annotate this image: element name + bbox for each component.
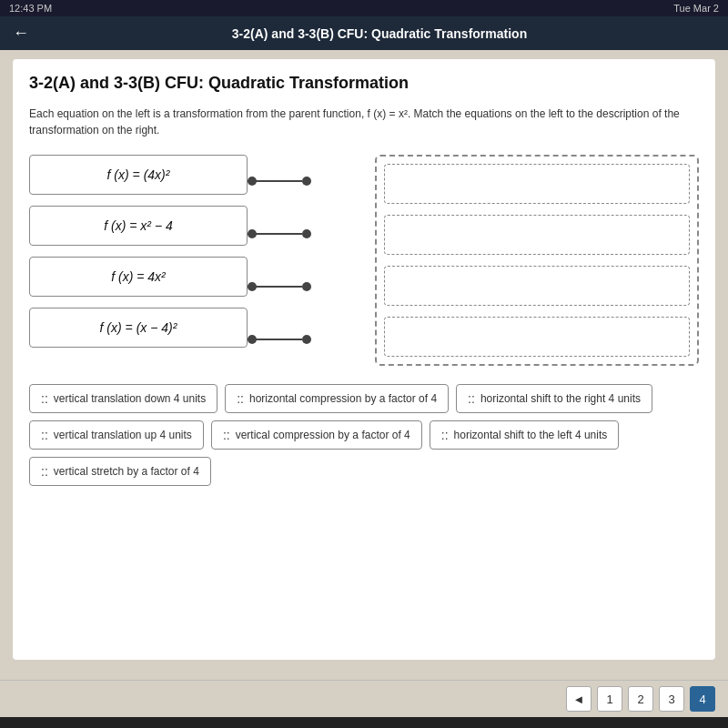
matching-container: f (x) = (4x)² f (x) = x² − 4 f (x) = 4x²… [29,155,699,366]
chip-label-7: vertical stretch by a factor of 4 [54,465,199,478]
dot-right-4 [302,335,311,344]
line-4 [248,339,302,340]
chip-label-6: horizontal shift to the left 4 units [454,429,608,441]
answer-box-3[interactable] [384,266,690,306]
chip-vertical-up[interactable]: :: vertical translation up 4 units [29,420,204,450]
drag-icon-1: :: [41,391,48,406]
answer-box-2[interactable] [384,215,690,255]
chip-label-3: horizontal shift to the right 4 units [480,392,641,405]
connector-row-1 [248,156,375,207]
dot-right-2 [302,229,311,238]
connection-area [248,155,375,366]
answer-box-1[interactable] [384,164,690,204]
browser-bar: ← → Q ✕ [0,717,728,728]
chip-horizontal-shift-right[interactable]: :: horizontal shift to the right 4 units [456,384,652,413]
dot-right-3 [302,282,311,291]
chip-vertical-down[interactable]: :: vertical translation down 4 units [29,384,217,413]
line-2 [248,233,302,235]
connector-row-4 [248,314,375,365]
drag-icon-3: :: [468,391,475,406]
equation-3: f (x) = 4x² [111,269,166,284]
page-3-button[interactable]: 3 [659,686,684,712]
equation-box-1[interactable]: f (x) = (4x)² [29,155,248,195]
chips-row-2: :: vertical translation up 4 units :: ve… [29,420,699,450]
chip-label-2: horizontal compression by a factor of 4 [249,392,437,405]
chips-row-1: :: vertical translation down 4 units :: … [29,384,699,413]
connector-row-2 [248,208,375,259]
app-header: ← 3-2(A) and 3-3(B) CFU: Quadratic Trans… [0,16,728,50]
dot-right-1 [302,177,311,186]
answers-drop-zone[interactable] [375,155,699,366]
page-1-button[interactable]: 1 [597,686,622,712]
chip-vertical-compression[interactable]: :: vertical compression by a factor of 4 [211,420,422,450]
chip-horizontal-compression[interactable]: :: horizontal compression by a factor of… [225,384,449,413]
page-title: 3-2(A) and 3-3(B) CFU: Quadratic Transfo… [29,74,699,93]
content-area: 3-2(A) and 3-3(B) CFU: Quadratic Transfo… [0,50,728,680]
drag-icon-6: :: [441,428,449,442]
drag-icon-2: :: [237,391,244,406]
prev-page-button[interactable]: ◄ [566,686,592,712]
line-3 [248,286,302,288]
line-1 [248,180,302,182]
chip-label-5: vertical compression by a factor of 4 [236,429,410,441]
instructions: Each equation on the left is a transform… [29,106,699,138]
drag-icon-7: :: [41,464,48,479]
chip-horizontal-shift-left[interactable]: :: horizontal shift to the left 4 units [430,420,620,450]
chips-area: :: vertical translation down 4 units :: … [29,384,699,486]
document: 3-2(A) and 3-3(B) CFU: Quadratic Transfo… [13,59,715,660]
bottom-nav: ◄ 1 2 3 4 [0,680,728,717]
equation-box-3[interactable]: f (x) = 4x² [29,257,248,297]
equation-1: f (x) = (4x)² [107,167,170,182]
drag-icon-4: :: [41,428,48,442]
back-button[interactable]: ← [13,24,29,43]
connector-row-3 [248,261,375,312]
equations-column: f (x) = (4x)² f (x) = x² − 4 f (x) = 4x²… [29,155,248,366]
chips-row-3: :: vertical stretch by a factor of 4 [29,457,699,486]
status-time: 12:43 PM [9,3,52,14]
equation-2: f (x) = x² − 4 [104,218,172,233]
equation-box-2[interactable]: f (x) = x² − 4 [29,206,248,246]
header-title: 3-2(A) and 3-3(B) CFU: Quadratic Transfo… [44,26,715,41]
drag-icon-5: :: [223,428,230,442]
equation-box-4[interactable]: f (x) = (x − 4)² [29,308,248,348]
status-bar: 12:43 PM Tue Mar 2 [0,0,728,16]
page-2-button[interactable]: 2 [628,686,653,712]
equation-4: f (x) = (x − 4)² [100,320,177,335]
chip-vertical-stretch[interactable]: :: vertical stretch by a factor of 4 [29,457,211,486]
chip-label-4: vertical translation up 4 units [54,429,192,441]
answer-box-4[interactable] [384,317,690,357]
status-date: Tue Mar 2 [673,3,719,14]
chip-label-1: vertical translation down 4 units [54,392,206,405]
page-4-button[interactable]: 4 [690,686,715,712]
